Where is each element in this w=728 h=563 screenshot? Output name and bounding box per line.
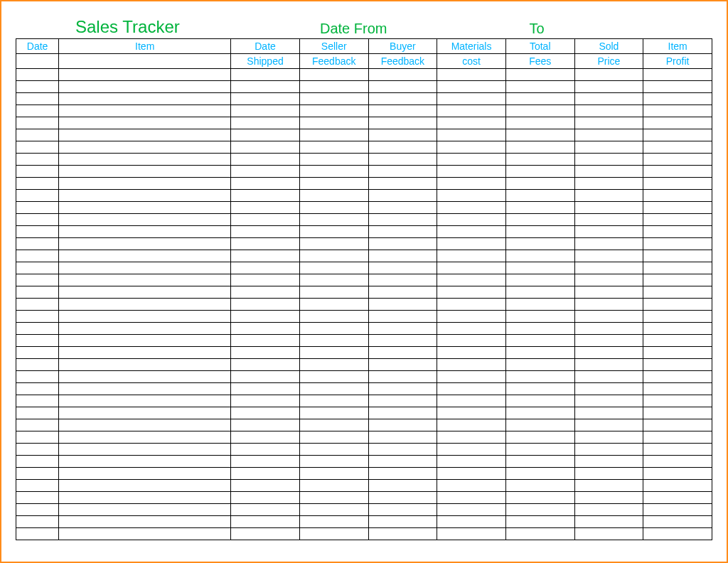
table-cell[interactable] bbox=[505, 105, 574, 117]
table-cell[interactable] bbox=[368, 371, 437, 383]
table-cell[interactable] bbox=[16, 359, 59, 371]
table-cell[interactable] bbox=[231, 69, 300, 81]
table-cell[interactable] bbox=[574, 129, 643, 141]
table-cell[interactable] bbox=[231, 105, 300, 117]
table-cell[interactable] bbox=[437, 226, 506, 238]
table-cell[interactable] bbox=[643, 202, 712, 214]
table-cell[interactable] bbox=[574, 407, 643, 419]
table-cell[interactable] bbox=[299, 286, 368, 299]
table-cell[interactable] bbox=[437, 262, 506, 274]
table-cell[interactable] bbox=[643, 214, 712, 226]
table-cell[interactable] bbox=[299, 431, 368, 444]
table-cell[interactable] bbox=[368, 238, 437, 250]
table-cell[interactable] bbox=[505, 299, 574, 311]
table-cell[interactable] bbox=[368, 286, 437, 299]
table-cell[interactable] bbox=[16, 190, 59, 202]
table-cell[interactable] bbox=[574, 238, 643, 250]
table-cell[interactable] bbox=[643, 468, 712, 480]
table-cell[interactable] bbox=[505, 226, 574, 238]
table-cell[interactable] bbox=[299, 81, 368, 93]
table-cell[interactable] bbox=[16, 274, 59, 286]
table-cell[interactable] bbox=[368, 504, 437, 516]
table-cell[interactable] bbox=[643, 431, 712, 444]
table-cell[interactable] bbox=[299, 371, 368, 383]
table-cell[interactable] bbox=[231, 456, 300, 468]
table-cell[interactable] bbox=[16, 335, 59, 347]
table-cell[interactable] bbox=[505, 238, 574, 250]
table-cell[interactable] bbox=[574, 202, 643, 214]
table-cell[interactable] bbox=[643, 81, 712, 93]
table-cell[interactable] bbox=[231, 190, 300, 202]
table-cell[interactable] bbox=[59, 444, 231, 456]
table-cell[interactable] bbox=[368, 214, 437, 226]
table-cell[interactable] bbox=[574, 419, 643, 431]
table-cell[interactable] bbox=[231, 528, 300, 540]
table-cell[interactable] bbox=[643, 262, 712, 274]
table-cell[interactable] bbox=[16, 492, 59, 504]
table-cell[interactable] bbox=[59, 299, 231, 311]
table-cell[interactable] bbox=[368, 431, 437, 444]
table-cell[interactable] bbox=[299, 238, 368, 250]
table-cell[interactable] bbox=[231, 166, 300, 178]
table-cell[interactable] bbox=[368, 202, 437, 214]
table-cell[interactable] bbox=[505, 407, 574, 419]
table-cell[interactable] bbox=[505, 286, 574, 299]
table-cell[interactable] bbox=[368, 323, 437, 335]
table-cell[interactable] bbox=[505, 359, 574, 371]
table-cell[interactable] bbox=[299, 226, 368, 238]
table-cell[interactable] bbox=[574, 93, 643, 105]
table-cell[interactable] bbox=[437, 516, 506, 528]
table-cell[interactable] bbox=[16, 347, 59, 359]
table-cell[interactable] bbox=[437, 407, 506, 419]
table-cell[interactable] bbox=[59, 214, 231, 226]
table-cell[interactable] bbox=[59, 178, 231, 190]
table-cell[interactable] bbox=[231, 117, 300, 129]
table-cell[interactable] bbox=[16, 504, 59, 516]
table-cell[interactable] bbox=[231, 129, 300, 141]
table-cell[interactable] bbox=[437, 93, 506, 105]
table-cell[interactable] bbox=[437, 335, 506, 347]
table-cell[interactable] bbox=[368, 468, 437, 480]
table-cell[interactable] bbox=[574, 178, 643, 190]
table-cell[interactable] bbox=[505, 141, 574, 154]
table-cell[interactable] bbox=[574, 299, 643, 311]
table-cell[interactable] bbox=[231, 335, 300, 347]
table-cell[interactable] bbox=[437, 69, 506, 81]
table-cell[interactable] bbox=[231, 93, 300, 105]
table-cell[interactable] bbox=[368, 419, 437, 431]
table-cell[interactable] bbox=[299, 274, 368, 286]
table-cell[interactable] bbox=[574, 456, 643, 468]
table-cell[interactable] bbox=[437, 504, 506, 516]
table-cell[interactable] bbox=[505, 129, 574, 141]
table-cell[interactable] bbox=[437, 178, 506, 190]
table-cell[interactable] bbox=[505, 480, 574, 492]
table-cell[interactable] bbox=[16, 383, 59, 395]
table-cell[interactable] bbox=[299, 299, 368, 311]
table-cell[interactable] bbox=[368, 383, 437, 395]
table-cell[interactable] bbox=[16, 431, 59, 444]
table-cell[interactable] bbox=[643, 166, 712, 178]
table-cell[interactable] bbox=[437, 528, 506, 540]
table-cell[interactable] bbox=[505, 383, 574, 395]
table-cell[interactable] bbox=[231, 468, 300, 480]
table-cell[interactable] bbox=[59, 129, 231, 141]
table-cell[interactable] bbox=[299, 456, 368, 468]
table-cell[interactable] bbox=[368, 178, 437, 190]
table-cell[interactable] bbox=[505, 347, 574, 359]
table-cell[interactable] bbox=[16, 407, 59, 419]
table-cell[interactable] bbox=[368, 262, 437, 274]
table-cell[interactable] bbox=[59, 335, 231, 347]
table-cell[interactable] bbox=[231, 262, 300, 274]
table-cell[interactable] bbox=[643, 347, 712, 359]
table-cell[interactable] bbox=[231, 504, 300, 516]
table-cell[interactable] bbox=[505, 81, 574, 93]
table-cell[interactable] bbox=[574, 141, 643, 154]
table-cell[interactable] bbox=[299, 141, 368, 154]
table-cell[interactable] bbox=[16, 69, 59, 81]
table-cell[interactable] bbox=[643, 226, 712, 238]
table-cell[interactable] bbox=[231, 238, 300, 250]
table-cell[interactable] bbox=[574, 274, 643, 286]
table-cell[interactable] bbox=[505, 262, 574, 274]
table-cell[interactable] bbox=[59, 492, 231, 504]
table-cell[interactable] bbox=[643, 407, 712, 419]
